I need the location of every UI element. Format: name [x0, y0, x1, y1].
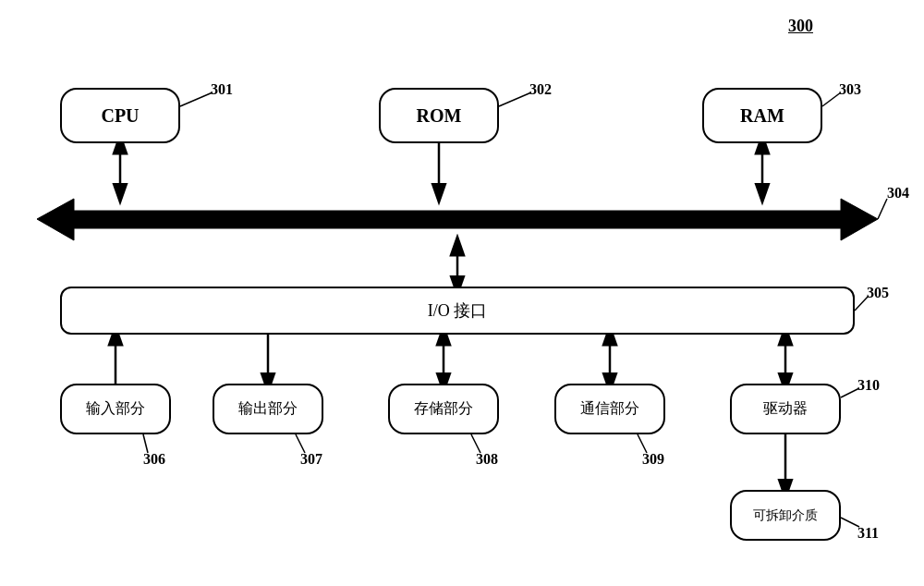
- ref-310: 310: [857, 377, 880, 394]
- ref-306: 306: [143, 451, 165, 468]
- ram-label: RAM: [740, 105, 784, 127]
- svg-line-24: [841, 388, 859, 397]
- ref-305: 305: [867, 285, 889, 301]
- output-label: 输出部分: [238, 399, 298, 419]
- ram-box: RAM: [702, 88, 822, 143]
- comm-label: 通信部分: [580, 399, 639, 419]
- ref-304: 304: [887, 185, 909, 201]
- ref-303: 303: [839, 81, 861, 98]
- media-label: 可拆卸介质: [753, 507, 818, 524]
- svg-line-15: [180, 92, 213, 106]
- rom-box: ROM: [379, 88, 499, 143]
- ref-309: 309: [642, 451, 664, 468]
- ref-302: 302: [529, 81, 552, 98]
- comm-box: 通信部分: [554, 384, 665, 434]
- media-box: 可拆卸介质: [730, 490, 841, 541]
- svg-line-22: [471, 434, 480, 453]
- io-box: I/O 接口: [60, 287, 855, 335]
- svg-line-25: [841, 518, 859, 527]
- cpu-box: CPU: [60, 88, 180, 143]
- ref-311: 311: [857, 525, 879, 542]
- cpu-label: CPU: [101, 105, 139, 127]
- ref-307: 307: [300, 451, 322, 468]
- figure-number: 300: [788, 17, 813, 36]
- output-box: 输出部分: [213, 384, 323, 434]
- svg-line-18: [878, 199, 887, 219]
- svg-line-16: [499, 92, 531, 106]
- svg-marker-4: [37, 199, 878, 240]
- driver-box: 驱动器: [730, 384, 841, 434]
- svg-line-23: [638, 434, 647, 453]
- svg-line-21: [296, 434, 305, 453]
- storage-label: 存储部分: [414, 399, 473, 419]
- ref-301: 301: [211, 81, 233, 98]
- svg-line-20: [143, 434, 148, 453]
- rom-label: ROM: [417, 105, 462, 127]
- input-label: 输入部分: [86, 399, 145, 419]
- io-label: I/O 接口: [428, 299, 488, 322]
- diagram-container: 300: [0, 0, 924, 586]
- input-box: 输入部分: [60, 384, 171, 434]
- ref-308: 308: [476, 451, 498, 468]
- svg-line-17: [822, 92, 841, 106]
- driver-label: 驱动器: [763, 399, 808, 419]
- storage-box: 存储部分: [388, 384, 499, 434]
